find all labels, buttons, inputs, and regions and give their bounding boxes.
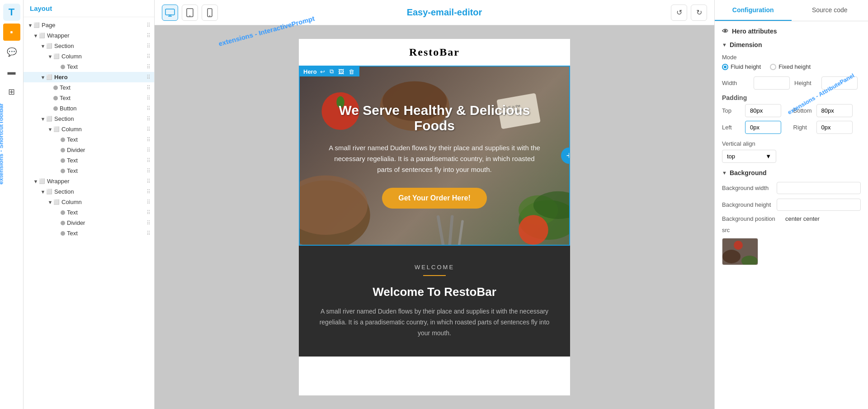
tree-item-column2[interactable]: ▼ ⬜ Column ⠿ <box>24 124 154 134</box>
hero-content: We Serve Healthy & Delicious Foods A sma… <box>300 67 569 245</box>
hero-title: We Serve Healthy & Delicious Foods <box>327 103 542 133</box>
icon-sidebar: T ▪ 💬 ▬ ⊞ <box>0 0 24 409</box>
padding-right-input[interactable] <box>816 121 853 134</box>
toolbar-icon-t[interactable]: T <box>3 4 20 21</box>
device-buttons <box>162 5 218 21</box>
bg-thumbnail[interactable] <box>722 238 758 265</box>
bg-height-input[interactable] <box>777 199 861 211</box>
email-canvas: RestoBar Hero ↩ ⧉ 🖼 🗑 <box>299 39 570 395</box>
layout-tree: ▼ ⬜ Page ⠿ ▼ ⬜ Wrapper ⠿ ▼ ⬜ Section ⠿ ▼… <box>24 17 154 409</box>
toolbar-title: Easy-email-editor <box>223 7 665 18</box>
bg-height-label: Background height <box>722 201 777 208</box>
hero-text: A small river named Duden flows by their… <box>327 143 542 175</box>
vertical-align-select[interactable]: top ▼ <box>722 150 776 163</box>
fixed-height-option[interactable]: Fixed height <box>770 63 811 70</box>
width-label: Width <box>722 80 749 86</box>
hero-undo-icon[interactable]: ↩ <box>319 68 326 75</box>
tree-item-hero[interactable]: ▼ ⬜ Hero ⠿ <box>24 72 154 82</box>
layout-panel-header: Layout <box>24 0 154 17</box>
toolbar-icon-grid[interactable]: ⊞ <box>3 83 20 100</box>
padding-left-label: Left <box>722 124 742 131</box>
svg-point-5 <box>189 15 190 16</box>
tree-item-divider2[interactable]: Divider ⠿ <box>24 218 154 228</box>
tree-item-section2[interactable]: ▼ ⬜ Section ⠿ <box>24 114 154 124</box>
tree-item-section1[interactable]: ▼ ⬜ Section ⠿ <box>24 41 154 51</box>
toolbar-right: ↺ ↻ <box>671 5 707 21</box>
hero-section: Hero ↩ ⧉ 🖼 🗑 <box>299 66 570 246</box>
canvas-area: RestoBar Hero ↩ ⧉ 🖼 🗑 <box>155 25 714 409</box>
tab-configuration[interactable]: Configuration <box>715 0 792 21</box>
tree-item-wrapper1[interactable]: ▼ ⬜ Wrapper ⠿ <box>24 30 154 41</box>
tree-item-wrapper2[interactable]: ▼ ⬜ Wrapper ⠿ <box>24 176 154 186</box>
bg-position-label: Background position <box>722 215 785 222</box>
height-input[interactable] <box>821 76 858 90</box>
toolbar-icon-divider[interactable]: ▬ <box>3 63 20 81</box>
hero-copy-icon[interactable]: ⧉ <box>328 68 335 75</box>
hero-cta-button[interactable]: Get Your Order Here! <box>382 188 486 209</box>
bg-src-row: src <box>722 227 861 233</box>
mode-radio-group: Fluid height Fixed height <box>722 63 861 70</box>
width-input[interactable] <box>754 76 790 90</box>
toolbar-icon-block[interactable]: ▪ <box>3 24 20 41</box>
tree-item-page[interactable]: ▼ ⬜ Page ⠿ <box>24 20 154 30</box>
tab-source-code[interactable]: Source code <box>792 0 868 21</box>
padding-top-input[interactable] <box>745 104 781 117</box>
padding-left-input[interactable] <box>745 121 781 134</box>
height-label: Height <box>794 80 817 86</box>
padding-bottom-cell: Bottom <box>793 104 861 117</box>
padding-right-cell: Right <box>793 121 861 134</box>
tree-item-column1[interactable]: ▼ ⬜ Column ⠿ <box>24 51 154 62</box>
padding-left-cell: Left <box>722 121 790 134</box>
tree-item-button1[interactable]: Button ⠿ <box>24 103 154 114</box>
svg-point-26 <box>734 241 743 250</box>
padding-label: Padding <box>722 94 861 101</box>
layout-panel: Layout ▼ ⬜ Page ⠿ ▼ ⬜ Wrapper ⠿ ▼ ⬜ Sect… <box>24 0 155 409</box>
welcome-text: A small river named Duden flows by their… <box>317 306 552 338</box>
tree-item-text6[interactable]: Text ⠿ <box>24 166 154 176</box>
tree-item-text1[interactable]: Text ⠿ <box>24 62 154 72</box>
hero-image-icon[interactable]: 🖼 <box>337 68 345 75</box>
tree-item-text4[interactable]: Text ⠿ <box>24 134 154 145</box>
vertical-align-field: Vertical align top ▼ <box>722 140 861 163</box>
vertical-align-value: top <box>727 153 735 160</box>
hero-image: LOVE is the main ingredient <box>300 67 569 245</box>
mode-field: Mode Fluid height Fixed height <box>722 54 861 70</box>
padding-bottom-input[interactable] <box>816 104 853 117</box>
padding-right-label: Right <box>793 124 814 131</box>
background-collapsible[interactable]: ▼ Background <box>722 169 861 176</box>
tree-item-text5[interactable]: Text ⠿ <box>24 155 154 166</box>
padding-bottom-label: Bottom <box>793 107 814 114</box>
redo-button[interactable]: ↻ <box>691 5 707 21</box>
tree-item-column3[interactable]: ▼ ⬜ Column ⠿ <box>24 197 154 207</box>
config-panel: Configuration Source code 👁 Hero attribu… <box>714 0 868 409</box>
fluid-height-radio[interactable] <box>722 64 728 70</box>
device-desktop-btn[interactable] <box>162 5 178 21</box>
background-chevron: ▼ <box>722 170 727 176</box>
dimension-collapsible[interactable]: ▼ Dimension <box>722 41 861 48</box>
fixed-height-radio[interactable] <box>770 64 776 70</box>
tree-item-section3[interactable]: ▼ ⬜ Section ⠿ <box>24 186 154 197</box>
tree-item-text3[interactable]: Text ⠿ <box>24 93 154 103</box>
hero-label: Hero <box>303 68 317 75</box>
config-body: 👁 Hero attributes ▼ Dimension Mode Fluid… <box>715 21 868 409</box>
device-mobile-btn[interactable] <box>202 5 218 21</box>
bg-width-input[interactable] <box>777 182 861 194</box>
hero-delete-icon[interactable]: 🗑 <box>347 68 356 75</box>
bg-width-label: Background width <box>722 185 777 191</box>
vertical-align-label: Vertical align <box>722 140 861 147</box>
tree-item-divider1[interactable]: Divider ⠿ <box>24 145 154 155</box>
email-header: RestoBar <box>299 39 570 66</box>
welcome-section: WELCOME Welcome To RestoBar A small rive… <box>299 246 570 357</box>
tree-item-text7[interactable]: Text ⠿ <box>24 207 154 218</box>
fluid-height-option[interactable]: Fluid height <box>722 63 761 70</box>
device-tablet-btn[interactable] <box>182 5 198 21</box>
undo-button[interactable]: ↺ <box>671 5 687 21</box>
eye-icon: 👁 <box>722 28 728 35</box>
tree-item-text2[interactable]: Text ⠿ <box>24 82 154 93</box>
email-brand-name: RestoBar <box>409 46 460 58</box>
mode-label: Mode <box>722 54 861 61</box>
hero-element-toolbar: Hero ↩ ⧉ 🖼 🗑 <box>300 67 359 76</box>
welcome-title: Welcome To RestoBar <box>317 285 552 299</box>
toolbar-icon-chat[interactable]: 💬 <box>3 43 20 61</box>
tree-item-text8[interactable]: Text ⠿ <box>24 228 154 238</box>
